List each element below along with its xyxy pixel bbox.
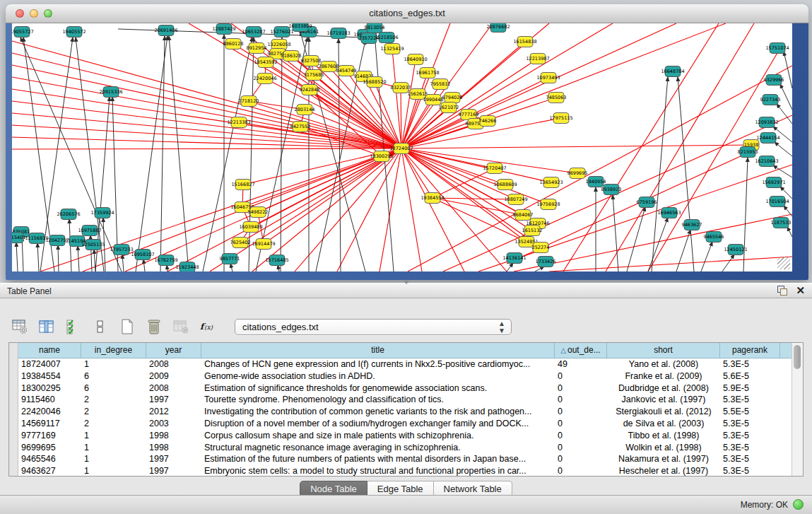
cell-in_degree[interactable]: 1 bbox=[81, 358, 146, 370]
function-builder-icon[interactable]: f(x) bbox=[198, 317, 218, 336]
network-node[interactable]: 16961758 bbox=[416, 68, 439, 78]
network-node[interactable]: 22420046 bbox=[253, 74, 276, 84]
network-node[interactable]: 6759196 bbox=[637, 197, 657, 208]
network-node[interactable]: 16210643 bbox=[755, 156, 778, 167]
network-node[interactable]: 7955812 bbox=[430, 79, 451, 90]
cell-title[interactable]: Structural magnetic resonance image aver… bbox=[201, 442, 555, 454]
network-edge[interactable] bbox=[648, 218, 668, 271]
table-settings-icon[interactable] bbox=[10, 317, 30, 336]
cell-title[interactable]: Investigating the contribution of common… bbox=[201, 406, 555, 418]
network-node[interactable]: 746266 bbox=[479, 116, 497, 127]
network-edge[interactable] bbox=[535, 267, 544, 271]
create-table-icon[interactable] bbox=[117, 317, 137, 336]
cell-in_degree[interactable]: 2 bbox=[81, 406, 146, 418]
network-edge[interactable] bbox=[37, 243, 39, 271]
network-node[interactable]: 7485063 bbox=[546, 93, 567, 103]
network-edge[interactable] bbox=[401, 59, 416, 148]
memory-ok-indicator-icon[interactable] bbox=[793, 499, 804, 510]
table-row[interactable]: 977716911998Corpus callosum shape and si… bbox=[18, 430, 792, 442]
cell-out_de[interactable]: 0 bbox=[555, 442, 607, 454]
network-edge[interactable] bbox=[12, 41, 401, 148]
cell-title[interactable]: Estimation of significance thresholds fo… bbox=[201, 382, 555, 395]
table-row[interactable]: 1830029562008Estimation of significance … bbox=[18, 382, 792, 395]
network-node[interactable]: 9465546 bbox=[704, 232, 724, 243]
cell-in_degree[interactable]: 1 bbox=[81, 453, 146, 465]
network-node[interactable]: 5498222 bbox=[248, 207, 269, 218]
cell-title[interactable]: Genome-wide association studies in ADHD. bbox=[201, 370, 555, 382]
network-node[interactable]: 8912954 bbox=[247, 43, 267, 54]
cell-name[interactable]: 9115460 bbox=[18, 394, 81, 406]
network-node[interactable]: 10688609 bbox=[493, 180, 517, 190]
cell-year[interactable]: 1998 bbox=[146, 442, 201, 454]
network-edge[interactable] bbox=[401, 148, 433, 198]
cell-pagerank[interactable]: 5.3E-5 bbox=[720, 394, 780, 406]
cell-short[interactable]: Jankovic et al. (1997) bbox=[607, 394, 720, 406]
network-node[interactable]: 17975115 bbox=[549, 113, 572, 124]
column-header-out_de[interactable]: △out_de... bbox=[555, 343, 607, 358]
cell-pagerank[interactable]: 5.6E-5 bbox=[720, 370, 780, 382]
splitter-notch-icon[interactable] bbox=[404, 281, 409, 284]
cell-out_de[interactable]: 49 bbox=[555, 358, 607, 370]
network-node[interactable]: 9857771 bbox=[220, 254, 240, 264]
network-node[interactable]: 16648784 bbox=[661, 66, 684, 77]
network-node[interactable]: 20876682 bbox=[486, 23, 510, 33]
network-node[interactable]: 12213383 bbox=[227, 117, 250, 128]
network-edge[interactable] bbox=[606, 23, 754, 271]
cell-title[interactable]: Estimation of the future numbers of pati… bbox=[201, 453, 555, 465]
cell-short[interactable]: Nakamura et al. (1997) bbox=[607, 453, 720, 465]
network-edge[interactable] bbox=[122, 255, 124, 271]
network-node[interactable]: 1615132 bbox=[522, 226, 543, 236]
cell-year[interactable]: 1997 bbox=[146, 453, 201, 465]
network-node[interactable]: 1840954 bbox=[586, 177, 606, 187]
cell-in_degree[interactable]: 2 bbox=[81, 418, 146, 430]
cell-out_de[interactable]: 0 bbox=[555, 430, 607, 442]
network-edge[interactable] bbox=[433, 168, 495, 198]
network-node[interactable]: 19055727 bbox=[12, 27, 34, 37]
network-edge[interactable] bbox=[278, 265, 279, 271]
table-row[interactable]: 1872400712008Changes of HCN gene express… bbox=[18, 358, 792, 370]
cell-pagerank[interactable]: 5.3E-5 bbox=[720, 465, 780, 476]
network-node[interactable]: 8860128 bbox=[223, 39, 244, 49]
cell-out_de[interactable]: 0 bbox=[555, 406, 607, 418]
network-edge[interactable] bbox=[143, 259, 145, 271]
network-node[interactable]: 18640910 bbox=[404, 54, 427, 65]
network-edge[interactable] bbox=[264, 148, 401, 244]
table-row[interactable]: 1938455462009Genome-wide association stu… bbox=[18, 370, 792, 382]
cell-year[interactable]: 2008 bbox=[146, 358, 201, 370]
table-row[interactable]: 946362711997Embryonic stem cells: a mode… bbox=[18, 465, 792, 476]
network-edge[interactable] bbox=[775, 142, 792, 156]
network-node[interactable]: 19405572 bbox=[62, 27, 86, 37]
network-edge[interactable] bbox=[379, 148, 401, 271]
cell-short[interactable]: Wolkin et al. (1998) bbox=[607, 442, 720, 454]
cell-short[interactable]: Yano et al. (2008) bbox=[607, 358, 720, 370]
column-header-year[interactable]: year bbox=[146, 343, 201, 358]
column-header-title[interactable]: title bbox=[201, 343, 555, 358]
network-edge[interactable] bbox=[401, 148, 532, 230]
network-node[interactable]: 17016504 bbox=[765, 197, 789, 207]
network-canvas[interactable]: 1872400718300295886012889129541322605898… bbox=[12, 23, 792, 271]
network-edge[interactable] bbox=[627, 207, 645, 271]
network-edge[interactable] bbox=[169, 36, 189, 271]
cell-year[interactable]: 1997 bbox=[146, 465, 201, 476]
network-node[interactable]: 9699695 bbox=[567, 168, 588, 179]
cell-out_de[interactable]: 0 bbox=[555, 418, 607, 430]
network-node[interactable]: 8813054 bbox=[365, 23, 385, 33]
network-edge[interactable] bbox=[773, 165, 792, 177]
cell-title[interactable]: Disruption of a novel member of a sodium… bbox=[201, 418, 555, 430]
network-edge[interactable] bbox=[507, 263, 513, 271]
table-row[interactable]: 969969511998Structural magnetic resonanc… bbox=[18, 442, 792, 454]
cell-short[interactable]: de Silva et al. (2003) bbox=[607, 418, 720, 430]
show-columns-icon[interactable] bbox=[37, 317, 57, 336]
cell-pagerank[interactable]: 5.5E-5 bbox=[720, 406, 780, 418]
cell-in_degree[interactable]: 6 bbox=[81, 370, 146, 382]
network-node[interactable]: 8215953 bbox=[738, 147, 758, 158]
window-resize-grip[interactable] bbox=[777, 257, 790, 269]
network-node[interactable]: 7625402 bbox=[230, 238, 251, 248]
delete-column-icon[interactable] bbox=[144, 317, 164, 336]
cell-pagerank[interactable]: 5.3E-5 bbox=[720, 418, 780, 430]
network-node[interactable]: 8938923 bbox=[601, 185, 622, 195]
network-node[interactable]: 8427552 bbox=[290, 122, 311, 132]
network-node[interactable]: 1733426 bbox=[536, 257, 556, 267]
cell-name[interactable]: 18300295 bbox=[18, 382, 81, 395]
network-node[interactable]: 15692971 bbox=[762, 177, 785, 188]
